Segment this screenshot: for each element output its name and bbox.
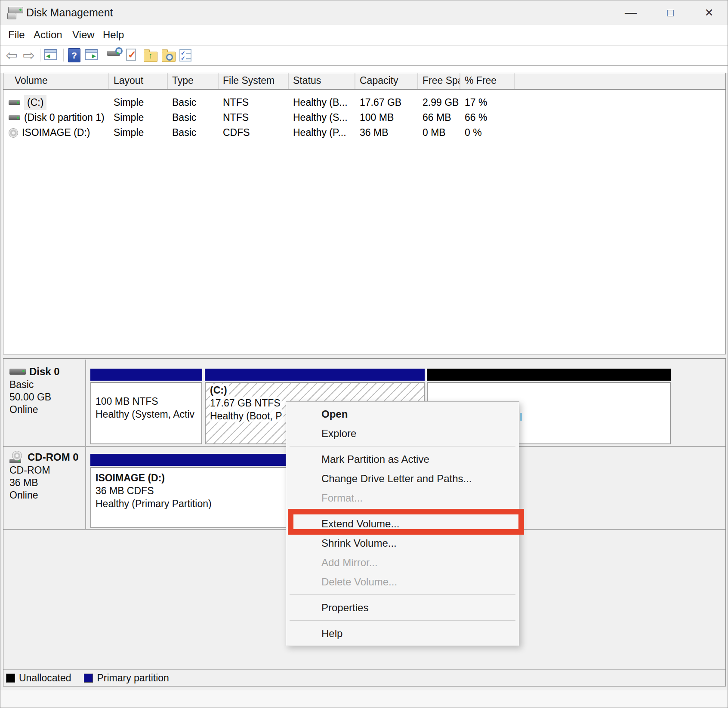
disk0-type: Basic (9, 379, 85, 391)
cdrom0-size: 36 MB (9, 477, 85, 489)
task-list-icon[interactable]: ✓ ✓ (179, 46, 195, 65)
menu-item-format: Format... (286, 488, 519, 508)
menu-separator (290, 620, 515, 621)
cdrom-icon (9, 451, 24, 464)
menu-action[interactable]: Action (34, 25, 62, 45)
help-icon[interactable]: ? (68, 46, 83, 65)
file-system-value: NTFS (219, 110, 289, 125)
disk0-status: Online (9, 403, 85, 416)
action-pane-icon[interactable]: ▶ (85, 46, 100, 65)
cdrom0-label[interactable]: CD-ROM 0 CD-ROM 36 MB Online (4, 447, 86, 529)
toolbar-separator (63, 49, 64, 62)
forward-icon[interactable]: ⇨ (21, 46, 37, 65)
toolbar-separator (40, 49, 40, 62)
primary-partition-swatch (84, 674, 93, 683)
column-header-volume[interactable]: Volume (3, 73, 109, 89)
volume-name: ISOIMAGE (D:) (22, 125, 90, 140)
disk0-size: 50.00 GB (9, 391, 85, 403)
toolbar-rule (0, 65, 728, 66)
selection-artifact (520, 413, 522, 421)
pct-free-value: 0 % (460, 125, 515, 140)
folder-search-icon[interactable] (162, 46, 177, 65)
cdrom0-name: CD-ROM 0 (28, 451, 79, 463)
cd-icon (9, 128, 18, 138)
disk-management-window: Disk Management — □ ✕ File Action View H… (0, 0, 728, 708)
menu-item-help[interactable]: Help (286, 624, 519, 643)
capacity-value: 36 MB (355, 125, 418, 140)
close-button[interactable]: ✕ (694, 0, 724, 25)
partition-status-label: Healthy (System, Activ (91, 408, 201, 421)
free-space-value: 2.99 GB (418, 95, 460, 110)
menu-item-mark-partition-as-active[interactable]: Mark Partition as Active (286, 449, 519, 469)
pct-free-value: 17 % (460, 95, 515, 110)
volume-name: (C:) (24, 95, 46, 110)
status-value: Healthy (P... (289, 125, 355, 140)
system-partition-block[interactable]: 100 MB NTFS Healthy (System, Activ (90, 382, 202, 444)
menu-separator (290, 594, 515, 595)
menu-item-open[interactable]: Open (286, 404, 519, 424)
annotation-highlight-box (288, 509, 524, 535)
volume-name: (Disk 0 partition 1) (24, 110, 105, 125)
folder-up-icon[interactable]: ↑ (144, 46, 159, 65)
drive-icon (9, 100, 20, 105)
free-space-value: 66 MB (418, 110, 460, 125)
window-title: Disk Management (26, 0, 113, 25)
unallocated-swatch (6, 674, 15, 683)
capacity-value: 17.67 GB (355, 95, 418, 110)
column-header-pct-free[interactable]: % Free (460, 73, 515, 89)
partition-name-label: (C:) (210, 384, 229, 397)
menu-item-delete-volume: Delete Volume... (286, 572, 519, 591)
disk0-label[interactable]: Disk 0 Basic 50.00 GB Online (4, 360, 86, 446)
title-bar: Disk Management — □ ✕ (0, 0, 728, 25)
menu-item-shrink-volume[interactable]: Shrink Volume... (286, 533, 519, 553)
menu-help[interactable]: Help (103, 25, 124, 45)
cdrom0-type: CD-ROM (9, 464, 85, 477)
system-partition-header (90, 369, 202, 381)
menu-separator (290, 446, 515, 446)
layout-value: Simple (109, 125, 168, 140)
status-strip (0, 690, 728, 708)
column-header-free-space[interactable]: Free Spa... (418, 73, 460, 89)
back-icon[interactable]: ⇦ (4, 46, 19, 65)
type-value: Basic (168, 110, 219, 125)
partition-status-label: Healthy (Boot, P (210, 409, 284, 422)
status-value: Healthy (B... (289, 95, 355, 110)
unallocated-label: Unallocated (19, 672, 71, 684)
maximize-button[interactable]: □ (655, 0, 685, 25)
console-tree-icon[interactable]: ◀ (44, 46, 60, 65)
file-system-value: CDFS (219, 125, 289, 140)
primary-partition-label: Primary partition (97, 672, 169, 684)
file-system-value: NTFS (219, 95, 289, 110)
minimize-button[interactable]: — (616, 0, 646, 25)
layout-value: Simple (109, 95, 168, 110)
capacity-value: 100 MB (355, 110, 418, 125)
volume-table-header: Volume Layout Type File System Status Ca… (3, 73, 725, 90)
table-row-c-drive[interactable]: (C:) Simple Basic NTFS Healthy (B... 17.… (3, 95, 725, 110)
column-header-capacity[interactable]: Capacity (355, 73, 418, 89)
column-header-file-system[interactable]: File System (219, 73, 289, 89)
disk0-name: Disk 0 (29, 366, 60, 378)
table-row-disk0-partition1[interactable]: (Disk 0 partition 1) Simple Basic NTFS H… (3, 110, 725, 125)
volume-list-pane: Volume Layout Type File System Status Ca… (3, 73, 726, 354)
column-header-filler (515, 73, 725, 89)
disk-management-app-icon (7, 6, 24, 20)
status-value: Healthy (S... (289, 110, 355, 125)
type-value: Basic (168, 95, 219, 110)
check-document-icon[interactable]: ✓ (126, 46, 142, 65)
free-space-value: 0 MB (418, 125, 460, 140)
column-header-status[interactable]: Status (289, 73, 355, 89)
type-value: Basic (168, 125, 219, 140)
column-header-type[interactable]: Type (168, 73, 219, 89)
column-header-layout[interactable]: Layout (109, 73, 168, 89)
menu-file[interactable]: File (8, 25, 25, 45)
menu-view[interactable]: View (72, 25, 95, 45)
layout-value: Simple (109, 110, 168, 125)
menu-item-properties[interactable]: Properties (286, 598, 519, 617)
menu-item-add-mirror: Add Mirror... (286, 553, 519, 572)
menu-item-change-drive-letter-and-paths[interactable]: Change Drive Letter and Paths... (286, 469, 519, 488)
rescan-disks-icon[interactable] (107, 46, 123, 65)
pct-free-value: 66 % (460, 110, 515, 125)
toolbar: ⇦ ⇨ ◀ ? ▶ ✓ ↑ ✓ ✓ (0, 46, 728, 73)
menu-item-explore[interactable]: Explore (286, 424, 519, 443)
table-row-isoimage[interactable]: ISOIMAGE (D:) Simple Basic CDFS Healthy … (3, 125, 725, 140)
